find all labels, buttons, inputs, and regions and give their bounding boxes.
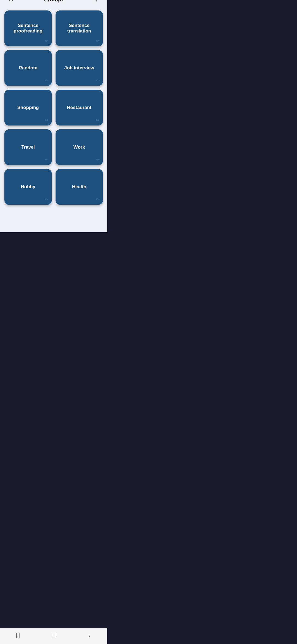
prompt-label: Sentence proofreading bbox=[4, 23, 52, 34]
edit-icon: ✏ bbox=[96, 157, 100, 162]
sheet-title: Prompt bbox=[44, 0, 63, 3]
prompt-label: Sentence translation bbox=[56, 23, 103, 34]
edit-icon: ✏ bbox=[96, 197, 100, 202]
bottom-sheet: ✕ Prompt + Sentence proofreading ✏ Sente… bbox=[0, 0, 107, 232]
prompt-card-shopping[interactable]: Shopping ✏ bbox=[4, 90, 52, 125]
edit-icon: ✏ bbox=[96, 118, 100, 123]
prompt-label: Travel bbox=[18, 144, 38, 150]
edit-icon: ✏ bbox=[45, 157, 48, 162]
prompt-label: Health bbox=[69, 184, 90, 190]
edit-icon: ✏ bbox=[96, 78, 100, 83]
edit-icon: ✏ bbox=[96, 38, 100, 43]
prompt-label: Work bbox=[70, 144, 88, 150]
prompt-card-hobby[interactable]: Hobby ✏ bbox=[4, 169, 52, 205]
edit-icon: ✏ bbox=[45, 78, 48, 83]
edit-icon: ✏ bbox=[45, 38, 48, 43]
prompt-card-work[interactable]: Work ✏ bbox=[56, 129, 103, 165]
close-button[interactable]: ✕ bbox=[7, 0, 15, 4]
prompt-card-travel[interactable]: Travel ✏ bbox=[4, 129, 52, 165]
prompt-card-sentence-proofreading[interactable]: Sentence proofreading ✏ bbox=[4, 10, 52, 46]
prompt-grid: Sentence proofreading ✏ Sentence transla… bbox=[0, 8, 107, 210]
edit-icon: ✏ bbox=[45, 118, 48, 123]
prompt-card-health[interactable]: Health ✏ bbox=[56, 169, 103, 205]
edit-icon: ✏ bbox=[45, 197, 48, 202]
prompt-card-sentence-translation[interactable]: Sentence translation ✏ bbox=[56, 10, 103, 46]
prompt-label: Restaurant bbox=[64, 105, 95, 110]
sheet-header: ✕ Prompt + bbox=[0, 0, 107, 8]
prompt-label: Hobby bbox=[18, 184, 39, 190]
add-button[interactable]: + bbox=[92, 0, 101, 4]
prompt-card-job-interview[interactable]: Job interview ✏ bbox=[56, 50, 103, 86]
prompt-label: Shopping bbox=[14, 105, 42, 110]
prompt-card-random[interactable]: Random ✏ bbox=[4, 50, 52, 86]
prompt-label: Random bbox=[15, 65, 41, 71]
prompt-label: Job interview bbox=[61, 65, 98, 71]
prompt-card-restaurant[interactable]: Restaurant ✏ bbox=[56, 90, 103, 125]
